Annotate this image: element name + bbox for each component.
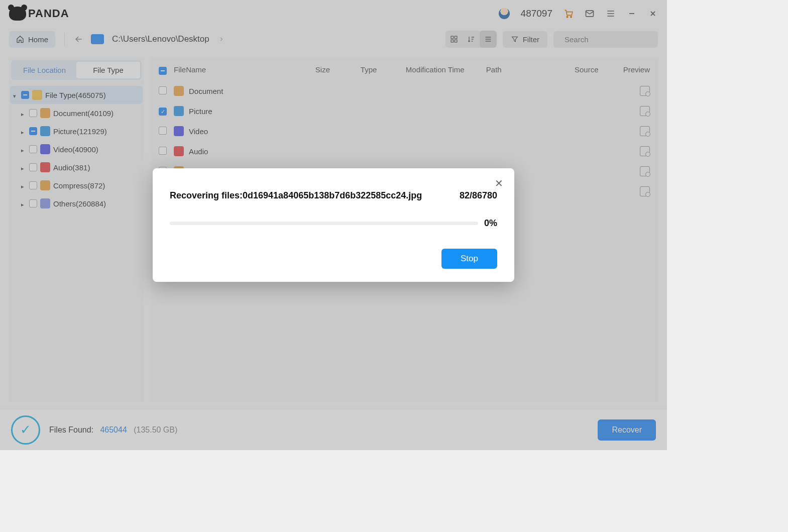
dialog-close-button[interactable]: ✕ (495, 177, 503, 189)
dialog-message: Recovering files:0d16941a84065b138b7d6b3… (170, 190, 422, 201)
recover-progress-dialog: ✕ Recovering files:0d16941a84065b138b7d6… (153, 168, 514, 282)
progress-bar (170, 222, 478, 225)
stop-button[interactable]: Stop (441, 249, 497, 269)
progress-percent: 0% (484, 218, 497, 229)
dialog-progress-count: 82/86780 (460, 190, 497, 201)
modal-overlay: ✕ Recovering files:0d16941a84065b138b7d6… (0, 0, 667, 450)
